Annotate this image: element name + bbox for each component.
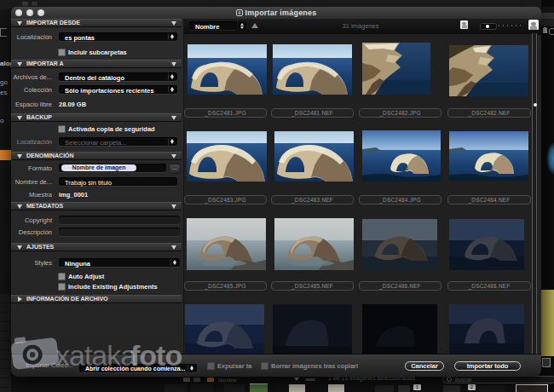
svg-text:xataka: xataka bbox=[55, 339, 136, 372]
svg-text:foto: foto bbox=[130, 339, 182, 372]
